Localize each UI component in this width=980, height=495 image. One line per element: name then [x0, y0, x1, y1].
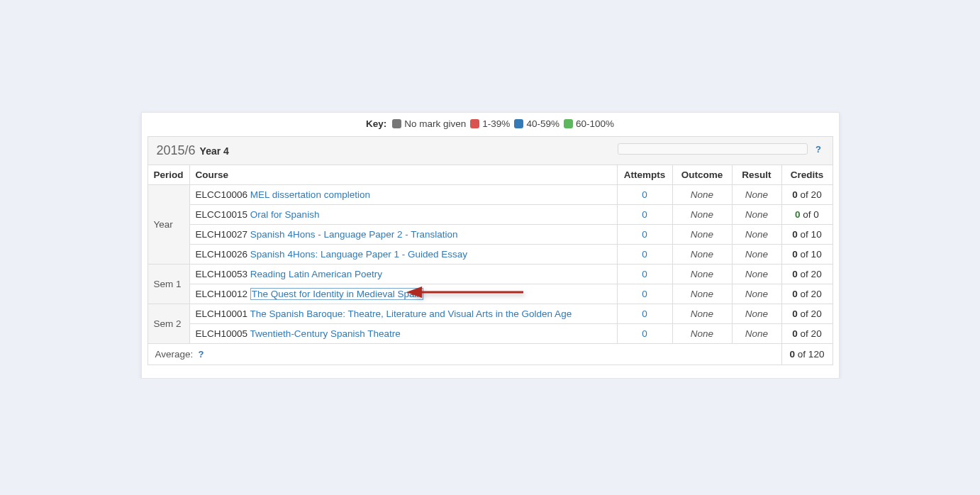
attempts-link[interactable]: 0: [642, 249, 647, 260]
attempts-cell: 0: [617, 324, 672, 344]
course-cell: ELCH10026 Spanish 4Hons: Language Paper …: [189, 245, 617, 265]
col-course: Course: [189, 165, 617, 185]
year-code: 2015/6: [157, 143, 196, 157]
column-headers-row: PeriodCourseAttemptsOutcomeResultCredits: [147, 165, 833, 185]
course-code: ELCH10053: [196, 269, 248, 279]
result-value: None: [745, 209, 768, 220]
credits-cell: 0 of 10: [781, 225, 833, 245]
credits-cell: 0 of 20: [781, 324, 833, 344]
outcome-value: None: [691, 269, 713, 279]
course-cell: ELCC10015 Oral for Spanish: [189, 205, 617, 225]
credits-cell: 0 of 20: [781, 284, 833, 304]
swatch-green: [564, 119, 573, 128]
credits-total-cell: 0 of 120: [781, 344, 833, 365]
outcome-value: None: [691, 328, 713, 339]
course-link[interactable]: MEL dissertation completion: [250, 189, 370, 200]
attempts-link[interactable]: 0: [642, 189, 647, 200]
course-link[interactable]: The Spanish Baroque: Theatre, Literature…: [250, 308, 572, 319]
outcome-cell: None: [672, 284, 732, 304]
swatch-blue: [514, 119, 523, 128]
course-link[interactable]: Twentieth-Century Spanish Theatre: [250, 328, 401, 339]
key-item-mid: 40-59%: [514, 118, 559, 129]
credits-cell: 0 of 10: [781, 245, 833, 265]
attempts-cell: 0: [617, 304, 672, 324]
table-row: Sem 2ELCH10001 The Spanish Baroque: Thea…: [147, 304, 833, 324]
key-item-low: 1-39%: [470, 118, 510, 129]
table-row: YearELCC10006 MEL dissertation completio…: [147, 185, 833, 205]
attempts-cell: 0: [617, 225, 672, 245]
course-link[interactable]: Oral for Spanish: [250, 209, 320, 220]
attempts-link[interactable]: 0: [642, 229, 647, 240]
credits-value: 0 of 10: [792, 229, 821, 240]
col-period: Period: [147, 165, 189, 185]
col-outcome: Outcome: [672, 165, 732, 185]
result-cell: None: [732, 265, 781, 284]
result-value: None: [745, 308, 768, 319]
course-code: ELCH10026: [196, 249, 248, 260]
key-item-high: 60-100%: [564, 118, 614, 129]
attempts-link[interactable]: 0: [642, 308, 647, 319]
attempts-cell: 0: [617, 205, 672, 225]
course-link[interactable]: Spanish 4Hons: Language Paper 1 - Guided…: [250, 249, 467, 260]
period-cell: Year: [147, 185, 189, 265]
outcome-value: None: [691, 189, 713, 200]
col-result: Result: [732, 165, 781, 185]
course-cell: ELCH10005 Twentieth-Century Spanish Thea…: [189, 324, 617, 344]
enrolments-table: 2015/6Year 4?PeriodCourseAttemptsOutcome…: [147, 136, 833, 365]
attempts-cell: 0: [617, 284, 672, 304]
marks-key-row: Key: No mark given 1-39% 40-59% 60-100%: [142, 114, 839, 136]
course-link[interactable]: The Quest for Identity in Medieval Spain: [250, 288, 423, 300]
course-cell: ELCC10006 MEL dissertation completion: [189, 185, 617, 205]
outcome-cell: None: [672, 265, 732, 284]
key-item-none: No mark given: [392, 118, 466, 129]
result-cell: None: [732, 225, 781, 245]
period-cell: Sem 2: [147, 304, 189, 344]
key-text-low: 1-39%: [482, 118, 510, 129]
table-row: Sem 1ELCH10053 Reading Latin American Po…: [147, 265, 833, 284]
year-header-row: 2015/6Year 4?: [147, 137, 833, 165]
outcome-cell: None: [672, 245, 732, 265]
course-cell: ELCH10053 Reading Latin American Poetry: [189, 265, 617, 284]
year-label: Year 4: [200, 145, 229, 157]
attempts-link[interactable]: 0: [642, 269, 647, 279]
result-value: None: [745, 229, 768, 240]
table-row: ELCH10012 The Quest for Identity in Medi…: [147, 284, 833, 304]
year-progress-bar: [618, 143, 808, 155]
credits-cell: 0 of 20: [781, 265, 833, 284]
key-text-mid: 40-59%: [526, 118, 559, 129]
outcome-value: None: [691, 209, 713, 220]
help-icon[interactable]: ?: [196, 349, 206, 360]
enrolments-panel: Key: No mark given 1-39% 40-59% 60-100% …: [141, 112, 840, 379]
course-code: ELCH10005: [196, 328, 248, 339]
outcome-cell: None: [672, 304, 732, 324]
course-code: ELCH10012: [196, 289, 248, 299]
result-cell: None: [732, 304, 781, 324]
credits-cell: 0 of 20: [781, 185, 833, 205]
course-link[interactable]: Reading Latin American Poetry: [250, 269, 382, 279]
attempts-link[interactable]: 0: [642, 328, 647, 339]
outcome-value: None: [691, 249, 713, 260]
course-cell: ELCH10001 The Spanish Baroque: Theatre, …: [189, 304, 617, 324]
credits-value: 0 of 20: [792, 328, 821, 339]
attempts-cell: 0: [617, 265, 672, 284]
average-label: Average:: [155, 349, 194, 360]
outcome-value: None: [691, 308, 713, 319]
attempts-link[interactable]: 0: [642, 209, 647, 220]
credits-cell: 0 of 20: [781, 304, 833, 324]
attempts-cell: 0: [617, 185, 672, 205]
credits-value: 0 of 20: [792, 269, 821, 279]
swatch-red: [470, 119, 479, 128]
result-value: None: [745, 328, 768, 339]
result-value: None: [745, 289, 768, 299]
attempts-link[interactable]: 0: [642, 289, 647, 299]
key-text-high: 60-100%: [576, 118, 614, 129]
key-text-none: No mark given: [404, 118, 466, 129]
key-label: Key:: [366, 118, 386, 129]
credits-cell: 0 of 0: [781, 205, 833, 225]
col-attempts: Attempts: [617, 165, 672, 185]
help-icon[interactable]: ?: [813, 144, 824, 155]
result-cell: None: [732, 185, 781, 205]
outcome-value: None: [691, 229, 713, 240]
course-link[interactable]: Spanish 4Hons - Language Paper 2 - Trans…: [250, 229, 458, 240]
period-cell: Sem 1: [147, 265, 189, 304]
